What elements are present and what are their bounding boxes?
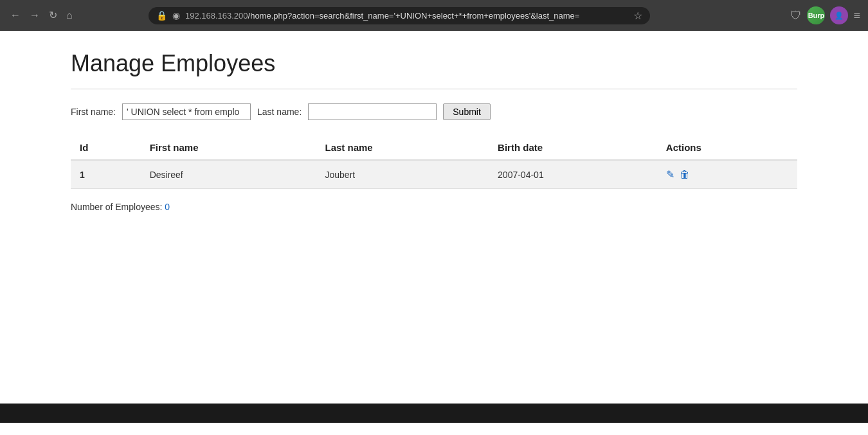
shield-guard-icon: 🛡 [790, 9, 802, 22]
delete-icon[interactable]: 🗑 [680, 169, 690, 181]
submit-button[interactable]: Submit [443, 103, 491, 120]
shield-icon: ◉ [172, 10, 180, 21]
browser-menu-button[interactable]: ≡ [853, 9, 860, 22]
browser-chrome: ← → ↻ ⌂ 🔒 ◉ 192.168.163.200/home.php?act… [0, 0, 868, 31]
col-id: Id [71, 136, 141, 160]
address-bar[interactable]: 🔒 ◉ 192.168.163.200/home.php?action=sear… [149, 7, 650, 24]
security-icon: 🔒 [156, 10, 167, 21]
home-button[interactable]: ⌂ [64, 8, 75, 23]
last-name-label: Last name: [257, 107, 302, 117]
search-form: First name: Last name: Submit [71, 103, 797, 120]
first-name-input[interactable] [122, 103, 251, 120]
col-birth-date: Birth date [489, 136, 657, 160]
browser-footer [0, 404, 868, 423]
profile-badge-1[interactable]: Burp [807, 6, 825, 24]
page-content: Manage Employees First name: Last name: … [0, 31, 868, 404]
cell-id: 1 [71, 160, 141, 189]
nav-buttons: ← → ↻ ⌂ [8, 8, 75, 23]
last-name-input[interactable] [308, 103, 437, 120]
browser-right-controls: 🛡 Burp 👤 ≡ [790, 6, 860, 24]
reload-button[interactable]: ↻ [46, 8, 60, 23]
first-name-label: First name: [71, 107, 116, 117]
employees-table: Id First name Last name Birth date Actio… [71, 136, 797, 189]
col-actions: Actions [657, 136, 797, 160]
table-header: Id First name Last name Birth date Actio… [71, 136, 797, 160]
bookmark-button[interactable]: ☆ [633, 10, 642, 22]
cell-first-name: Desireef [141, 160, 316, 189]
edit-icon[interactable]: ✎ [666, 168, 674, 181]
url-display: 192.168.163.200/home.php?action=search&f… [185, 11, 628, 21]
table-header-row: Id First name Last name Birth date Actio… [71, 136, 797, 160]
forward-button[interactable]: → [27, 8, 42, 23]
divider [71, 89, 797, 89]
employee-count-value: 0 [165, 202, 170, 212]
profile-badge-2[interactable]: 👤 [830, 6, 848, 24]
back-button[interactable]: ← [8, 8, 23, 23]
cell-birth-date: 2007-04-01 [489, 160, 657, 189]
col-last-name: Last name [316, 136, 489, 160]
table-body: 1DesireefJoubert2007-04-01✎🗑 [71, 160, 797, 189]
cell-last-name: Joubert [316, 160, 489, 189]
page-title: Manage Employees [71, 50, 797, 77]
table-row: 1DesireefJoubert2007-04-01✎🗑 [71, 160, 797, 189]
employee-count: Number of Employees: 0 [71, 202, 797, 212]
employee-count-label: Number of Employees: [71, 202, 162, 212]
col-first-name: First name [141, 136, 316, 160]
cell-actions: ✎🗑 [657, 160, 797, 189]
